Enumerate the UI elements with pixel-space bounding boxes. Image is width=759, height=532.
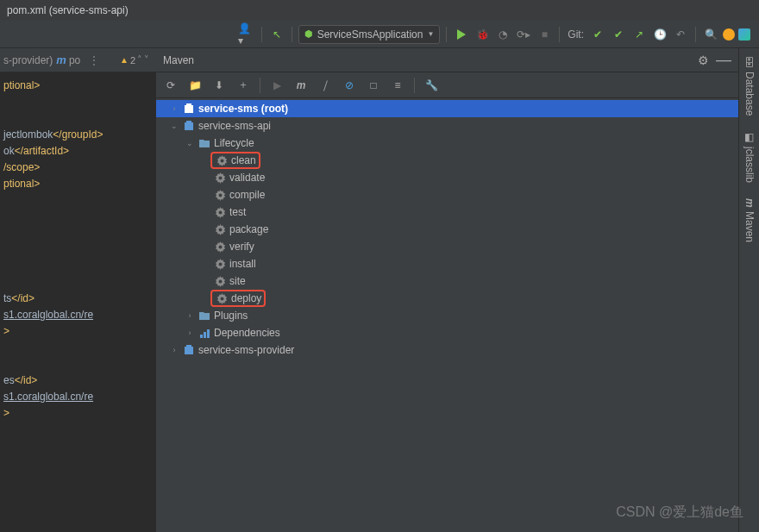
window-title-text: pom.xml (service-sms-api) xyxy=(7,4,129,16)
folder-icon xyxy=(198,309,211,322)
debug-icon[interactable]: 🐞 xyxy=(474,26,491,43)
maven-icon: m xyxy=(743,198,756,208)
expander-icon[interactable]: › xyxy=(169,104,179,113)
database-icon: 🗄 xyxy=(743,57,756,68)
toolbox-icon[interactable] xyxy=(738,28,750,41)
editor-body[interactable]: ptional> jectlombok</groupId>ok</artifac… xyxy=(0,72,156,532)
expander-icon[interactable]: › xyxy=(185,329,195,337)
rollback-icon[interactable]: ↶ xyxy=(672,26,689,43)
tree-node-service-sms-root[interactable]: ›service-sms (root) xyxy=(156,100,738,117)
module-icon xyxy=(182,102,196,116)
run-maven-icon[interactable]: ▶ xyxy=(269,78,285,93)
git-push-icon[interactable]: ↗ xyxy=(630,26,648,43)
chevron-up-icon[interactable]: ˄ xyxy=(137,54,142,66)
highlight-annotation: deploy xyxy=(210,290,266,307)
tree-node-deploy[interactable]: deploy xyxy=(156,290,738,307)
tab-overflow-icon[interactable]: ⋮ xyxy=(89,54,99,66)
hammer-icon[interactable]: ↖ xyxy=(268,26,285,43)
tree-node-test[interactable]: test xyxy=(156,203,738,221)
problems-widget[interactable]: ▲ 2 ˄ ˅ xyxy=(120,54,153,66)
gear-icon xyxy=(213,274,227,288)
separator xyxy=(260,78,260,93)
separator xyxy=(414,78,415,93)
run-icon[interactable] xyxy=(453,26,470,43)
settings-icon[interactable]: ⚙ xyxy=(698,53,709,67)
sidebar-tab-maven[interactable]: mMaven xyxy=(742,193,757,247)
profile-icon[interactable]: ⟳▸ xyxy=(515,26,532,43)
generate-sources-icon[interactable]: 📁 xyxy=(187,78,203,93)
reload-icon[interactable]: ⟳ xyxy=(163,78,179,93)
highlight-annotation: clean xyxy=(210,152,260,169)
collapse-all-icon[interactable]: ≡ xyxy=(390,78,405,93)
tree-node-compile[interactable]: compile xyxy=(156,186,738,203)
bars-icon xyxy=(198,326,211,340)
tree-node-package[interactable]: package xyxy=(156,221,738,238)
gear-icon xyxy=(213,205,227,219)
tree-node-plugins[interactable]: ›Plugins xyxy=(156,307,738,324)
window-title: pom.xml (service-sms-api) xyxy=(0,0,759,21)
tree-node-label: service-sms (root) xyxy=(198,103,288,115)
warning-count: 2 xyxy=(130,55,135,66)
separator xyxy=(695,27,696,42)
execute-goal-icon[interactable]: m xyxy=(293,78,309,93)
tree-node-service-sms-api[interactable]: ⌄service-sms-api xyxy=(156,117,738,135)
maven-panel: Maven ⚙ — ⟳ 📁 ⬇ ＋ ▶ m ⧸ ⊘ □ ≡ 🔧 ›service… xyxy=(156,48,738,532)
tree-node-validate[interactable]: validate xyxy=(156,169,738,186)
maven-tree[interactable]: ›service-sms (root)⌄service-sms-api⌄Life… xyxy=(156,98,738,532)
download-icon[interactable]: ⬇ xyxy=(211,78,227,93)
tree-node-label: service-sms-provider xyxy=(198,344,294,356)
tree-node-label: Dependencies xyxy=(214,327,280,339)
minimize-icon[interactable]: — xyxy=(716,51,731,69)
tree-node-label: compile xyxy=(229,189,265,201)
tree-node-label: test xyxy=(229,206,246,218)
tree-node-site[interactable]: site xyxy=(156,272,738,290)
user-icon[interactable]: 👤▾ xyxy=(238,26,255,43)
git-commit-icon[interactable]: ✔ xyxy=(610,26,627,43)
tree-node-clean[interactable]: clean xyxy=(156,152,738,169)
editor-tab[interactable]: mpo xyxy=(56,53,80,66)
run-configuration-selector[interactable]: ⬢ ServiceSmsApplication ▼ xyxy=(298,25,441,44)
maven-toolbar: ⟳ 📁 ⬇ ＋ ▶ m ⧸ ⊘ □ ≡ 🔧 xyxy=(156,72,738,98)
gear-icon xyxy=(215,153,229,167)
add-icon[interactable]: ＋ xyxy=(235,78,251,93)
spring-boot-icon: ⬢ xyxy=(304,28,313,40)
ide-updates-icon[interactable] xyxy=(723,28,735,41)
tree-node-verify[interactable]: verify xyxy=(156,238,738,255)
editor-tabs: s-provider) mpo ⋮ ▲ 2 ˄ ˅ xyxy=(0,48,156,72)
stop-icon[interactable]: ■ xyxy=(536,26,553,43)
tree-node-label: install xyxy=(229,258,256,270)
sidebar-tab-jclasslib[interactable]: ◧jclasslib xyxy=(742,126,757,188)
maven-settings-icon[interactable]: 🔧 xyxy=(423,78,439,93)
coverage-icon[interactable]: ◔ xyxy=(494,26,511,43)
dropdown-arrow-icon: ▼ xyxy=(427,30,434,38)
tree-node-label: clean xyxy=(231,154,256,166)
folder-icon xyxy=(198,136,211,150)
expander-icon[interactable]: ⌄ xyxy=(185,139,195,147)
tree-node-label: deploy xyxy=(231,292,261,304)
expander-icon[interactable]: ⌄ xyxy=(169,122,179,130)
editor-tab[interactable]: s-provider) xyxy=(3,54,53,66)
expander-icon[interactable]: › xyxy=(185,311,195,320)
tree-node-install[interactable]: install xyxy=(156,255,738,272)
separator xyxy=(261,27,262,42)
tree-node-label: validate xyxy=(229,172,265,184)
show-deps-icon[interactable]: □ xyxy=(366,78,381,93)
search-icon[interactable]: 🔍 xyxy=(702,26,719,43)
tree-node-label: verify xyxy=(229,241,254,253)
tree-node-dependencies[interactable]: ›Dependencies xyxy=(156,324,738,341)
gear-icon xyxy=(215,291,229,305)
tree-node-label: service-sms-api xyxy=(198,120,271,132)
toggle-skip-tests-icon[interactable]: ⊘ xyxy=(342,78,357,93)
chevron-down-icon[interactable]: ˅ xyxy=(144,54,149,66)
tree-node-service-sms-provider[interactable]: ›service-sms-provider xyxy=(156,341,738,359)
tree-node-label: Plugins xyxy=(214,310,248,322)
expander-icon[interactable]: › xyxy=(169,346,179,354)
toggle-offline-icon[interactable]: ⧸ xyxy=(317,78,333,93)
git-update-icon[interactable]: ✔ xyxy=(589,26,606,43)
history-icon[interactable]: 🕒 xyxy=(651,26,668,43)
tree-node-label: Lifecycle xyxy=(214,137,254,149)
svg-rect-2 xyxy=(207,329,210,338)
sidebar-tab-database[interactable]: 🗄Database xyxy=(742,52,757,121)
tree-node-lifecycle[interactable]: ⌄Lifecycle xyxy=(156,135,738,152)
gear-icon xyxy=(213,257,227,271)
